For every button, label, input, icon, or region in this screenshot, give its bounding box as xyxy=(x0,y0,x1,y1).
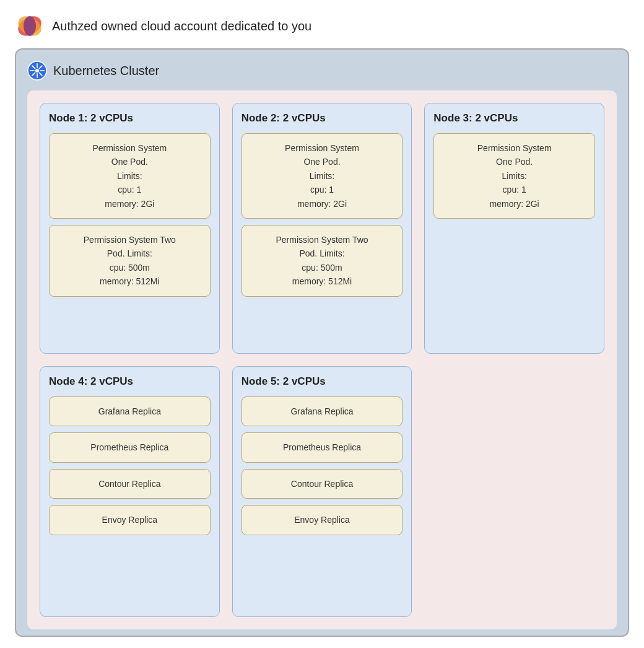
node-5-pod-2: Prometheus Replica xyxy=(242,432,403,462)
node-4-pod-2: Prometheus Replica xyxy=(49,432,211,462)
node-1: Node 1: 2 vCPUs Permission System One Po… xyxy=(40,103,220,354)
svg-rect-9 xyxy=(40,70,45,71)
header: Authzed owned cloud account dedicated to… xyxy=(0,0,644,48)
node-4-title: Node 4: 2 vCPUs xyxy=(49,375,211,388)
node-2-title: Node 2: 2 vCPUs xyxy=(242,112,403,125)
node-1-pod-1: Permission System One Pod. Limits: cpu: … xyxy=(49,133,211,219)
node-2-pod-2: Permission System Two Pod. Limits: cpu: … xyxy=(242,225,403,297)
node-1-title: Node 1: 2 vCPUs xyxy=(49,112,211,125)
svg-rect-6 xyxy=(37,63,38,68)
node-5-pod-1: Grafana Replica xyxy=(242,396,403,426)
node-5-title: Node 5: 2 vCPUs xyxy=(242,375,403,388)
outer-container: Kubernetes Cluster Node 1: 2 vCPUs Permi… xyxy=(15,48,629,637)
nodes-row-2: Node 4: 2 vCPUs Grafana Replica Promethe… xyxy=(40,366,604,617)
nodes-row-1: Node 1: 2 vCPUs Permission System One Po… xyxy=(40,103,604,354)
cluster-body: Node 1: 2 vCPUs Permission System One Po… xyxy=(27,90,617,629)
node-3: Node 3: 2 vCPUs Permission System One Po… xyxy=(424,103,604,354)
kubernetes-icon xyxy=(27,61,47,81)
cluster-title: Kubernetes Cluster xyxy=(53,64,159,78)
node-2: Node 2: 2 vCPUs Permission System One Po… xyxy=(232,103,412,354)
node-4-pod-3: Contour Replica xyxy=(49,469,211,499)
node-2-pod-1: Permission System One Pod. Limits: cpu: … xyxy=(242,133,403,219)
node-3-pod-1: Permission System One Pod. Limits: cpu: … xyxy=(433,133,595,219)
svg-rect-7 xyxy=(37,73,38,78)
header-title: Authzed owned cloud account dedicated to… xyxy=(52,19,311,33)
node-4: Node 4: 2 vCPUs Grafana Replica Promethe… xyxy=(40,366,220,617)
node-4-pod-1: Grafana Replica xyxy=(49,396,211,426)
node-4-pod-4: Envoy Replica xyxy=(49,505,211,535)
svg-rect-8 xyxy=(30,70,35,71)
svg-point-5 xyxy=(35,69,39,72)
node-5: Node 5: 2 vCPUs Grafana Replica Promethe… xyxy=(232,366,412,617)
node-5-pod-3: Contour Replica xyxy=(242,469,403,499)
svg-point-2 xyxy=(24,16,36,36)
node-1-pod-2: Permission System Two Pod. Limits: cpu: … xyxy=(49,225,211,297)
node-5-pod-4: Envoy Replica xyxy=(242,505,403,535)
node-3-title: Node 3: 2 vCPUs xyxy=(433,112,595,125)
authzed-logo xyxy=(15,11,45,41)
cluster-header: Kubernetes Cluster xyxy=(27,61,617,81)
